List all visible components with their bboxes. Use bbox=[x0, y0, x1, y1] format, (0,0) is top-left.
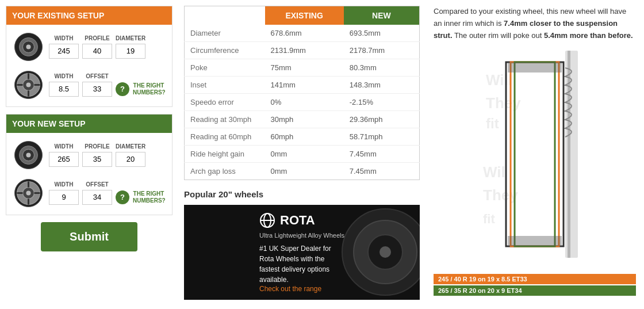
row-label: Reading at 60mph bbox=[185, 128, 265, 146]
row-existing-val: 60mph bbox=[265, 128, 344, 146]
row-new-val: 2178.7mm bbox=[344, 42, 420, 59]
existing-fields-group2: WIDTH OFFSET ? THE RIGHT NUMBERS? bbox=[49, 73, 167, 97]
existing-width2-input[interactable] bbox=[49, 82, 79, 97]
row-existing-val: 0mm bbox=[265, 163, 344, 180]
new-tire-image bbox=[11, 138, 45, 172]
existing-labels1: WIDTH PROFILE DIAMETER bbox=[49, 35, 167, 41]
row-new-val: 148.3mm bbox=[344, 77, 420, 94]
row-new-val: 693.5mm bbox=[344, 25, 420, 42]
ad-logo-text: ROTA bbox=[280, 213, 315, 228]
existing-offset-input[interactable] bbox=[82, 82, 112, 97]
offset-label: OFFSET bbox=[82, 73, 112, 79]
svg-text:fit: fit bbox=[483, 212, 495, 226]
new-inputs2: ? THE RIGHT NUMBERS? bbox=[49, 190, 167, 205]
comparison-table: EXISTING NEW Diameter 678.6mm 693.5mm Ci… bbox=[184, 6, 420, 180]
profile-label: PROFILE bbox=[82, 35, 112, 41]
width2-label: WIDTH bbox=[49, 73, 79, 79]
svg-text:fit: fit bbox=[486, 116, 499, 131]
table-row: Diameter 678.6mm 693.5mm bbox=[185, 25, 420, 42]
svg-rect-38 bbox=[568, 51, 570, 258]
svg-point-27 bbox=[379, 246, 391, 258]
diameter-label: DIAMETER bbox=[116, 35, 145, 41]
existing-labels2: WIDTH OFFSET bbox=[49, 73, 167, 79]
existing-label-bar: 245 / 40 R 19 on 19 x 8.5 ET33 bbox=[434, 274, 636, 284]
existing-setup-header: YOUR EXISTING SETUP bbox=[6, 6, 172, 25]
new-setup-content: WIDTH PROFILE DIAMETER bbox=[6, 133, 172, 215]
comparison-table-body: Diameter 678.6mm 693.5mm Circumference 2… bbox=[185, 25, 420, 180]
row-existing-val: 2131.9mm bbox=[265, 42, 344, 59]
row-new-val: 80.3mm bbox=[344, 59, 420, 77]
row-existing-val: 0% bbox=[265, 94, 344, 111]
svg-rect-40 bbox=[511, 62, 559, 246]
new-inputs1 bbox=[49, 152, 167, 167]
new-width2-input[interactable] bbox=[49, 190, 79, 205]
ad-content: ROTA Ultra Lightweight Alloy Wheels #1 U… bbox=[252, 205, 351, 300]
new-setup-box: YOUR NEW SETUP WIDTH PRO bbox=[6, 114, 172, 215]
table-row: Speedo error 0% -2.15% bbox=[185, 94, 420, 111]
new-profile-input[interactable] bbox=[82, 152, 112, 167]
existing-width-input[interactable] bbox=[49, 44, 79, 59]
ad-banner[interactable]: ROTA Ultra Lightweight Alloy Wheels #1 U… bbox=[184, 205, 420, 300]
main-container: YOUR EXISTING SETUP WIDTH bbox=[0, 0, 644, 309]
table-row: Arch gap loss 0mm 7.45mm bbox=[185, 163, 420, 180]
ad-link[interactable]: Check out the range bbox=[259, 285, 344, 293]
wheel-diagram-svg: Will They fit Wil They fit bbox=[480, 51, 589, 258]
existing-row2: WIDTH OFFSET ? THE RIGHT NUMBERS? bbox=[11, 67, 167, 102]
row-label: Speedo error bbox=[185, 94, 265, 111]
new-width2-label: WIDTH bbox=[49, 181, 79, 188]
new-row1: WIDTH PROFILE DIAMETER bbox=[11, 138, 167, 172]
table-header-label bbox=[185, 6, 265, 25]
row-label: Arch gap loss bbox=[185, 163, 265, 180]
row-new-val: 29.36mph bbox=[344, 111, 420, 128]
existing-profile-input[interactable] bbox=[82, 44, 112, 59]
existing-tire-image bbox=[11, 29, 45, 64]
new-help-button[interactable]: ? bbox=[116, 190, 129, 204]
row-existing-val: 75mm bbox=[265, 59, 344, 77]
svg-rect-37 bbox=[565, 51, 578, 258]
svg-rect-42 bbox=[508, 62, 562, 73]
svg-text:Will: Will bbox=[486, 71, 512, 89]
new-row2: WIDTH OFFSET ? THE RIGHT NUMBERS? bbox=[11, 176, 167, 210]
new-diameter-input[interactable] bbox=[116, 152, 145, 167]
row-new-val: 7.45mm bbox=[344, 146, 420, 163]
svg-point-3 bbox=[26, 44, 30, 49]
svg-text:Wil: Wil bbox=[483, 163, 505, 181]
middle-panel: EXISTING NEW Diameter 678.6mm 693.5mm Ci… bbox=[178, 0, 425, 309]
existing-wheel-image bbox=[11, 67, 45, 102]
row-label: Inset bbox=[185, 77, 265, 94]
row-existing-val: 30mph bbox=[265, 111, 344, 128]
table-row: Ride height gain 0mm 7.45mm bbox=[185, 146, 420, 163]
row-existing-val: 141mm bbox=[265, 77, 344, 94]
label-bars: 245 / 40 R 19 on 19 x 8.5 ET33 265 / 35 … bbox=[434, 274, 636, 296]
new-offset-input[interactable] bbox=[82, 190, 112, 205]
svg-point-15 bbox=[26, 152, 30, 157]
new-fields-group1: WIDTH PROFILE DIAMETER bbox=[49, 143, 167, 167]
table-row: Reading at 60mph 60mph 58.71mph bbox=[185, 128, 420, 146]
new-label-bar: 265 / 35 R 20 on 20 x 9 ET34 bbox=[434, 285, 636, 296]
existing-help-button[interactable]: ? bbox=[116, 82, 129, 96]
info-text-2: The outer rim will poke out bbox=[453, 31, 544, 40]
new-width-input[interactable] bbox=[49, 152, 79, 167]
existing-setup-content: WIDTH PROFILE DIAMETER bbox=[6, 25, 172, 106]
ad-text: #1 UK Super Dealer for Rota Wheels with … bbox=[259, 243, 344, 285]
existing-right-numbers-link[interactable]: THE RIGHT NUMBERS? bbox=[133, 82, 164, 96]
left-panel: YOUR EXISTING SETUP WIDTH bbox=[0, 0, 178, 309]
existing-diameter-input[interactable] bbox=[116, 44, 145, 59]
row-existing-val: 0mm bbox=[265, 146, 344, 163]
existing-setup-box: YOUR EXISTING SETUP WIDTH bbox=[6, 6, 172, 107]
submit-button[interactable]: Submit bbox=[41, 222, 137, 251]
svg-text:They: They bbox=[483, 186, 518, 204]
row-label: Circumference bbox=[185, 42, 265, 59]
ad-logo: ROTA bbox=[259, 212, 344, 228]
new-right-numbers-link[interactable]: THE RIGHT NUMBERS? bbox=[133, 190, 164, 204]
existing-inputs2: ? THE RIGHT NUMBERS? bbox=[49, 82, 167, 97]
wheel-diagram: Will They fit Wil They fit bbox=[480, 51, 589, 269]
svg-point-23 bbox=[26, 190, 30, 195]
row-existing-val: 678.6mm bbox=[265, 25, 344, 42]
existing-fields-group1: WIDTH PROFILE DIAMETER bbox=[49, 35, 167, 59]
new-width-label: WIDTH bbox=[49, 143, 79, 150]
new-diameter-label: DIAMETER bbox=[116, 143, 145, 150]
info-text: Compared to your existing wheel, this ne… bbox=[434, 6, 636, 41]
new-setup-header: YOUR NEW SETUP bbox=[6, 115, 172, 133]
svg-rect-41 bbox=[515, 62, 555, 246]
